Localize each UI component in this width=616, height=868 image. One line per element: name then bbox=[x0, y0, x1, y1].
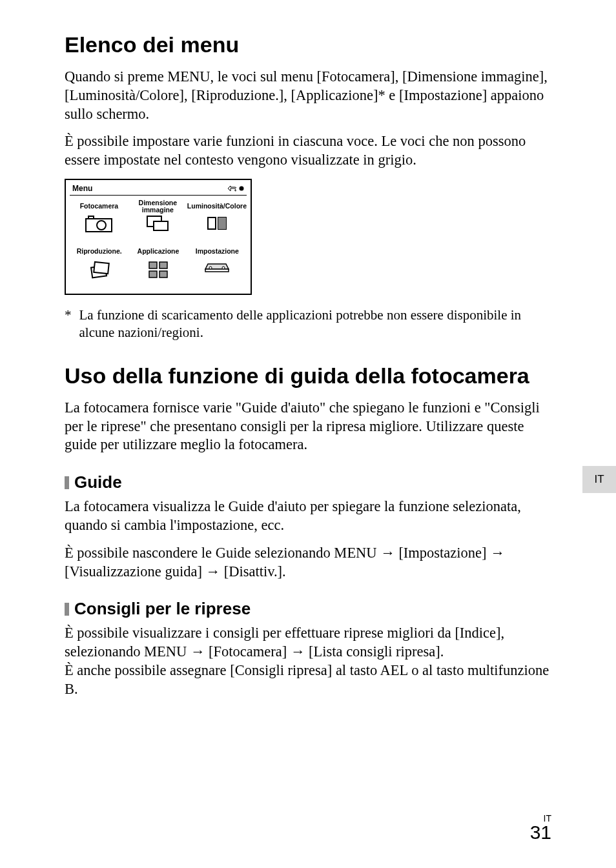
menu-cell-luminosita: Luminosità/Colore bbox=[187, 198, 247, 243]
heading-menu-list: Elenco dei menu bbox=[65, 32, 551, 57]
playback-icon bbox=[87, 260, 112, 279]
heading-bar-icon bbox=[65, 476, 69, 489]
svg-rect-15 bbox=[205, 269, 229, 272]
footnote-marker: * bbox=[65, 307, 72, 341]
svg-rect-5 bbox=[154, 221, 168, 230]
language-side-tab: IT bbox=[582, 466, 616, 493]
arrow-icon: → bbox=[190, 643, 205, 660]
menu-cell-impostazione: Impostazione bbox=[188, 243, 247, 288]
record-icon bbox=[239, 186, 244, 191]
text-fragment: [Fotocamera] bbox=[205, 643, 290, 660]
menu-label: Riproduzione. bbox=[77, 245, 122, 259]
menu-label: Luminosità/Colore bbox=[187, 199, 247, 214]
camera-icon bbox=[85, 215, 113, 233]
arrow-icon: → bbox=[490, 545, 505, 561]
svg-rect-10 bbox=[94, 262, 109, 274]
subheading-text: Guide bbox=[74, 472, 122, 492]
text-fragment: È possibile nascondere le Guide selezion… bbox=[65, 545, 380, 561]
heading-guide-function: Uso della funzione di guida della fotoca… bbox=[65, 363, 551, 389]
arrow-icon: → bbox=[291, 643, 305, 660]
menu-row-1: Fotocamera Dimensione immagine Luminosit… bbox=[70, 198, 247, 243]
svg-point-3 bbox=[97, 221, 106, 230]
menu-row-2: Riproduzione. Applicazione Impostazione bbox=[70, 243, 247, 288]
footnote: * La funzione di scaricamento delle appl… bbox=[65, 307, 551, 341]
text-fragment: [Impostazione] bbox=[395, 545, 490, 561]
svg-rect-14 bbox=[159, 271, 167, 278]
text-fragment: [Visualizzazione guida] bbox=[65, 563, 206, 580]
guide-paragraph-1: La fotocamera visualizza le Guide d'aiut… bbox=[65, 498, 551, 535]
application-icon bbox=[147, 260, 169, 279]
back-icon bbox=[227, 185, 236, 192]
intro-paragraph-1: Quando si preme MENU, le voci sul menu [… bbox=[65, 68, 551, 123]
svg-point-16 bbox=[209, 267, 212, 269]
svg-rect-8 bbox=[218, 217, 226, 229]
guide-intro-paragraph: La fotocamera fornisce varie "Guide d'ai… bbox=[65, 399, 551, 454]
subheading-text: Consigli per le riprese bbox=[74, 599, 251, 619]
menu-label: Fotocamera bbox=[80, 199, 119, 214]
menu-cell-fotocamera: Fotocamera bbox=[70, 198, 128, 243]
menu-cell-dimensione: Dimensione immagine bbox=[128, 198, 187, 243]
menu-screenshot: Menu Fotocamera Dimensione immagine Lumi… bbox=[65, 179, 252, 295]
svg-point-0 bbox=[240, 186, 244, 190]
svg-rect-2 bbox=[88, 216, 94, 219]
svg-rect-11 bbox=[149, 262, 157, 268]
menu-label: Impostazione bbox=[196, 245, 239, 259]
svg-rect-13 bbox=[149, 271, 157, 278]
svg-rect-6 bbox=[208, 217, 216, 229]
menu-title: Menu bbox=[72, 184, 92, 193]
arrow-icon: → bbox=[380, 545, 395, 561]
menu-header: Menu bbox=[70, 184, 247, 196]
page-footer: IT 31 bbox=[530, 814, 551, 842]
image-size-icon bbox=[145, 215, 170, 232]
menu-label: Dimensione immagine bbox=[128, 199, 187, 214]
arrow-icon: → bbox=[206, 563, 221, 580]
brightness-color-icon bbox=[204, 215, 230, 232]
side-tab-label: IT bbox=[594, 473, 604, 486]
menu-label: Applicazione bbox=[138, 245, 180, 259]
svg-rect-12 bbox=[159, 262, 167, 268]
menu-cell-applicazione: Applicazione bbox=[128, 243, 187, 288]
guide-paragraph-2: È possibile nascondere le Guide selezion… bbox=[65, 544, 551, 581]
intro-paragraph-2: È possibile impostare varie funzioni in … bbox=[65, 132, 551, 170]
text-fragment: [Lista consigli ripresa]. bbox=[305, 643, 444, 660]
text-fragment: [Disattiv.]. bbox=[220, 563, 286, 580]
tips-paragraph-2: È anche possibile assegnare [Consigli ri… bbox=[65, 661, 551, 699]
svg-point-17 bbox=[222, 267, 225, 269]
tips-paragraph-1: È possibile visualizzare i consigli per … bbox=[65, 624, 551, 661]
menu-cell-riproduzione: Riproduzione. bbox=[70, 243, 128, 288]
footnote-text: La funzione di scaricamento delle applic… bbox=[79, 307, 552, 341]
page-number: 31 bbox=[530, 822, 551, 843]
heading-bar-icon bbox=[65, 603, 69, 616]
svg-rect-1 bbox=[86, 219, 112, 232]
menu-header-icons bbox=[227, 185, 244, 192]
setup-icon bbox=[203, 260, 231, 276]
subheading-shooting-tips: Consigli per le riprese bbox=[65, 599, 551, 619]
subheading-guide: Guide bbox=[65, 472, 551, 492]
